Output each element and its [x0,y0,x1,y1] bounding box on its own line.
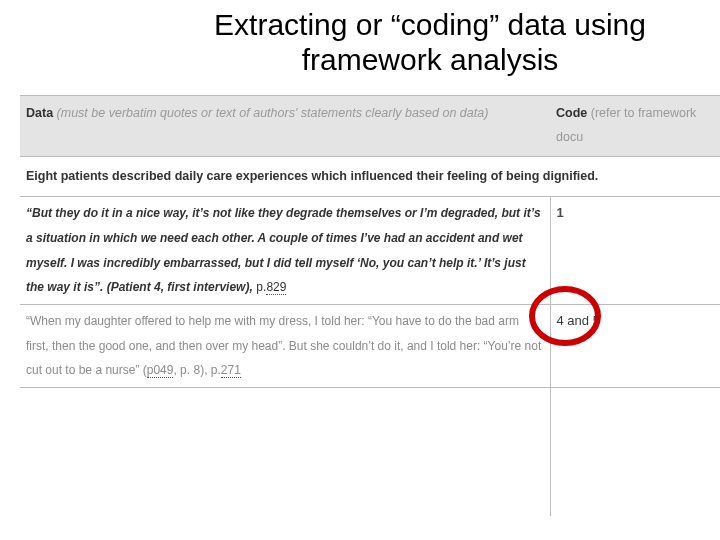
summary-text: Eight patients described daily care expe… [20,156,720,197]
header-data-label: Data [26,106,53,120]
slide: Extracting or “coding” data using framew… [0,0,720,540]
spacer-code [550,388,720,517]
code-cell-1: 1 [550,197,720,305]
summary-row: Eight patients described daily care expe… [20,156,720,197]
data-cell-2: “When my daughter offered to help me wit… [20,305,550,388]
page-label-1: p. [256,280,266,294]
header-code: Code (refer to framework docu [550,96,720,157]
page-label-2: p. [207,363,220,377]
page-num-1: 829 [266,280,286,295]
coding-table: Data (must be verbatim quotes or text of… [20,95,720,516]
data-cell-1: “But they do it in a nice way, it’s not … [20,197,550,305]
pid-paren-close: , p. 8), [173,363,207,377]
spacer-row [20,388,720,517]
data-row-2: “When my daughter offered to help me wit… [20,305,720,388]
table-header-row: Data (must be verbatim quotes or text of… [20,96,720,157]
code-cell-2: 4 and 5 [550,305,720,388]
page-ref-1: p.829 [256,280,286,295]
coding-table-wrap: Data (must be verbatim quotes or text of… [20,95,720,516]
data-row-1: “But they do it in a nice way, it’s not … [20,197,720,305]
spacer-data [20,388,550,517]
header-data: Data (must be verbatim quotes or text of… [20,96,550,157]
pid-label: p049 [147,363,174,378]
header-data-desc: (must be verbatim quotes or text of auth… [57,106,489,120]
slide-title: Extracting or “coding” data using framew… [180,8,680,77]
header-code-label: Code [556,106,587,120]
page-num-2: 271 [221,363,241,378]
quote-2: “When my daughter offered to help me wit… [26,314,541,377]
